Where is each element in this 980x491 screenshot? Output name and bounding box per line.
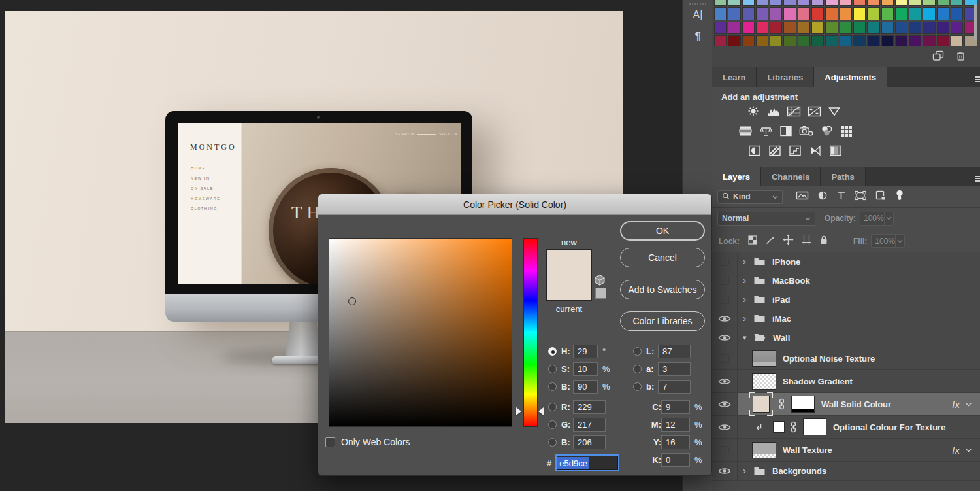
- yellow-input[interactable]: 16: [661, 435, 690, 449]
- color-swatch[interactable]: [728, 0, 740, 6]
- layer-row-shadow-gradient[interactable]: Shadow Gradient: [712, 370, 980, 393]
- layer-effects-fx-badge[interactable]: fx: [952, 399, 960, 410]
- color-swatch[interactable]: [923, 7, 935, 20]
- lab-a-radio[interactable]: [633, 365, 642, 373]
- color-swatch[interactable]: [714, 0, 727, 6]
- color-swatch[interactable]: [881, 7, 894, 20]
- hue-slider-left-arrow[interactable]: [516, 407, 521, 415]
- color-balance-adjustment-icon[interactable]: [759, 125, 773, 137]
- color-swatch[interactable]: [853, 7, 866, 20]
- pixel-layer-filter-icon[interactable]: [796, 190, 809, 203]
- expand-group-chevron[interactable]: ›: [743, 277, 749, 284]
- expand-group-chevron[interactable]: ›: [743, 315, 749, 322]
- saturation-radio[interactable]: [548, 365, 557, 373]
- color-swatch[interactable]: [937, 0, 949, 6]
- web-safe-color-swatch[interactable]: [595, 288, 606, 299]
- brightness-radio[interactable]: [548, 382, 557, 391]
- layer-visibility-toggle-empty[interactable]: [712, 347, 738, 369]
- lab-a-input[interactable]: 3: [658, 362, 691, 376]
- kind-filter-select[interactable]: Kind: [717, 190, 783, 204]
- channel-mixer-adjustment-icon[interactable]: [819, 125, 834, 137]
- color-swatch[interactable]: [853, 0, 866, 6]
- lab-l-input[interactable]: 87: [658, 345, 691, 358]
- color-swatch[interactable]: [909, 22, 921, 34]
- red-radio[interactable]: [548, 403, 557, 411]
- layer-visibility-toggle-empty[interactable]: [712, 252, 738, 271]
- panel-menu-icon[interactable]: [975, 175, 980, 183]
- tab-adjustments[interactable]: Adjustments: [814, 67, 887, 87]
- layer-visibility-eye-icon[interactable]: [712, 328, 738, 347]
- expand-group-chevron[interactable]: ›: [743, 467, 749, 474]
- color-swatch[interactable]: [811, 22, 824, 34]
- effects-collapse-chevron-icon[interactable]: [965, 448, 972, 452]
- layer-name[interactable]: iPad: [772, 295, 790, 305]
- color-swatch[interactable]: [714, 22, 727, 34]
- blue-input[interactable]: 206: [573, 435, 606, 449]
- panel-menu-icon[interactable]: [975, 75, 980, 84]
- posterize-adjustment-icon[interactable]: [768, 144, 782, 156]
- color-swatch[interactable]: [840, 7, 852, 20]
- color-swatch[interactable]: [909, 0, 921, 6]
- panel-grip-dots[interactable]: [689, 3, 706, 5]
- color-swatch[interactable]: [811, 7, 824, 20]
- hue-input[interactable]: 29: [573, 345, 598, 358]
- type-layer-filter-icon[interactable]: [836, 190, 846, 203]
- color-swatch[interactable]: [811, 0, 824, 6]
- character-panel-icon[interactable]: A|: [683, 9, 713, 21]
- lab-b-input[interactable]: 7: [658, 380, 691, 394]
- new-swatch-icon[interactable]: [932, 50, 944, 64]
- color-swatch[interactable]: [951, 0, 963, 6]
- color-swatch[interactable]: [937, 22, 949, 34]
- green-input[interactable]: 217: [573, 418, 606, 432]
- dialog-titlebar[interactable]: Color Picker (Solid Color): [318, 194, 711, 215]
- layer-mask-thumbnail[interactable]: [791, 396, 815, 413]
- color-swatch[interactable]: [714, 7, 727, 20]
- color-swatch[interactable]: [798, 7, 810, 20]
- layer-name[interactable]: Wall Texture: [783, 445, 832, 455]
- color-swatch[interactable]: [909, 7, 921, 20]
- color-swatch[interactable]: [895, 22, 907, 34]
- exposure-adjustment-icon[interactable]: [807, 105, 821, 117]
- blend-mode-select[interactable]: Normal: [717, 212, 815, 226]
- layer-name[interactable]: Optional Noise Texture: [783, 354, 875, 364]
- color-swatch[interactable]: [840, 0, 852, 6]
- color-swatch[interactable]: [867, 0, 879, 6]
- tab-libraries[interactable]: Libraries: [757, 67, 814, 87]
- layer-row-ipad[interactable]: ›iPad: [712, 290, 980, 309]
- layer-row-backgrounds[interactable]: ›Backgrounds: [712, 462, 980, 481]
- cancel-button[interactable]: Cancel: [620, 248, 705, 267]
- color-swatch[interactable]: [756, 7, 768, 20]
- adjustment-layer-filter-icon[interactable]: [817, 190, 828, 203]
- color-swatch[interactable]: [783, 22, 796, 34]
- effects-collapse-chevron-icon[interactable]: [965, 402, 972, 407]
- layer-visibility-eye-icon[interactable]: [712, 393, 738, 415]
- hue-radio[interactable]: [548, 347, 557, 356]
- fill-color-thumbnail[interactable]: [773, 421, 785, 433]
- color-swatch[interactable]: [728, 22, 740, 34]
- black-white-adjustment-icon[interactable]: [779, 125, 793, 137]
- color-swatch[interactable]: [951, 22, 963, 34]
- color-swatch[interactable]: [756, 0, 768, 6]
- layer-visibility-eye-icon[interactable]: [712, 462, 738, 480]
- color-swatch[interactable]: [825, 22, 838, 34]
- layer-row-imac[interactable]: ›iMac: [712, 309, 980, 328]
- cyan-input[interactable]: 9: [661, 400, 690, 414]
- layer-row-wall-solid-colour[interactable]: Wall Solid Colourfx: [712, 393, 980, 416]
- tab-layers[interactable]: Layers: [712, 167, 761, 186]
- color-swatch[interactable]: [742, 7, 755, 20]
- hue-slider-right-arrow[interactable]: [538, 407, 544, 415]
- levels-adjustment-icon[interactable]: [766, 105, 781, 117]
- hex-input[interactable]: e5d9ce: [557, 456, 618, 470]
- layer-name[interactable]: Wall: [773, 333, 790, 343]
- color-swatch[interactable]: [881, 0, 894, 6]
- tab-paths[interactable]: Paths: [821, 167, 865, 186]
- color-swatch[interactable]: [756, 22, 768, 34]
- color-swatch[interactable]: [770, 7, 782, 20]
- tab-channels[interactable]: Channels: [761, 167, 821, 186]
- hue-saturation-adjustment-icon[interactable]: [738, 125, 753, 137]
- swatches-scrollbar[interactable]: [974, 4, 977, 40]
- lock-all-icon[interactable]: [819, 235, 828, 248]
- layer-row-optional-colour-for-texture[interactable]: Optional Colour For Texture: [712, 416, 980, 439]
- color-field-marker[interactable]: [348, 297, 356, 305]
- color-swatch[interactable]: [798, 0, 810, 6]
